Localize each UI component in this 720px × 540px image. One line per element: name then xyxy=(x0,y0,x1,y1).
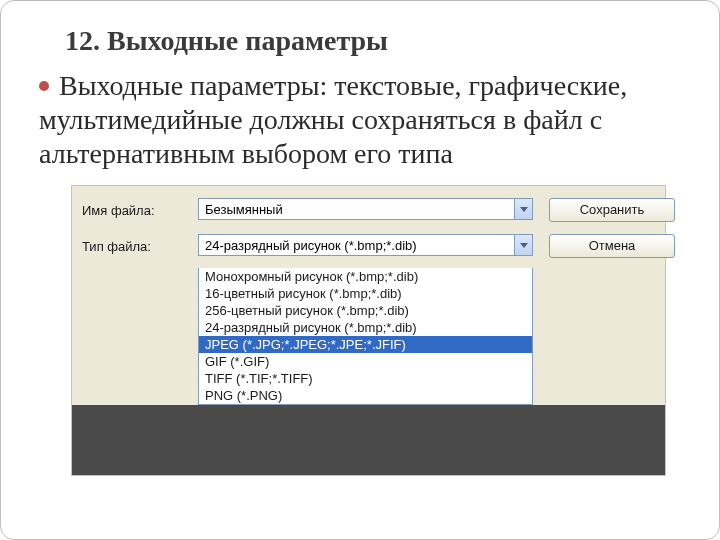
form-area: Имя файла: Сохранить Тип файла: Отмена xyxy=(72,186,665,266)
filename-input[interactable] xyxy=(198,198,533,220)
list-item[interactable]: Монохромный рисунок (*.bmp;*.dib) xyxy=(199,268,532,285)
cancel-button[interactable]: Отмена xyxy=(549,234,675,258)
list-item[interactable]: 16-цветный рисунок (*.bmp;*.dib) xyxy=(199,285,532,302)
list-item[interactable]: GIF (*.GIF) xyxy=(199,353,532,370)
list-item[interactable]: PNG (*.PNG) xyxy=(199,387,532,404)
save-dialog: Имя файла: Сохранить Тип файла: Отмена М… xyxy=(71,185,666,476)
bullet-icon xyxy=(39,81,49,91)
save-button[interactable]: Сохранить xyxy=(549,198,675,222)
filename-field-wrap xyxy=(198,198,533,222)
list-item[interactable]: 24-разрядный рисунок (*.bmp;*.dib) xyxy=(199,319,532,336)
filename-dropdown-button[interactable] xyxy=(514,199,532,219)
list-item[interactable]: 256-цветный рисунок (*.bmp;*.dib) xyxy=(199,302,532,319)
dialog-lower-panel xyxy=(72,405,665,475)
chevron-down-icon xyxy=(520,207,528,212)
list-item[interactable]: TIFF (*.TIF;*.TIFF) xyxy=(199,370,532,387)
filetype-field-wrap xyxy=(198,234,533,258)
slide-frame: 12. Выходные параметры Выходные параметр… xyxy=(0,0,720,540)
filetype-options-list[interactable]: Монохромный рисунок (*.bmp;*.dib) 16-цве… xyxy=(198,268,533,405)
chevron-down-icon xyxy=(520,243,528,248)
slide-title: 12. Выходные параметры xyxy=(65,25,689,57)
list-item-selected[interactable]: JPEG (*.JPG;*.JPEG;*.JPE;*.JFIF) xyxy=(199,336,532,353)
slide-body-text: Выходные параметры: текстовые, графическ… xyxy=(39,69,681,171)
filetype-label: Тип файла: xyxy=(82,239,182,254)
filetype-input[interactable] xyxy=(198,234,533,256)
filetype-dropdown-button[interactable] xyxy=(514,235,532,255)
body-text-content: Выходные параметры: текстовые, графическ… xyxy=(39,70,627,169)
filename-label: Имя файла: xyxy=(82,203,182,218)
